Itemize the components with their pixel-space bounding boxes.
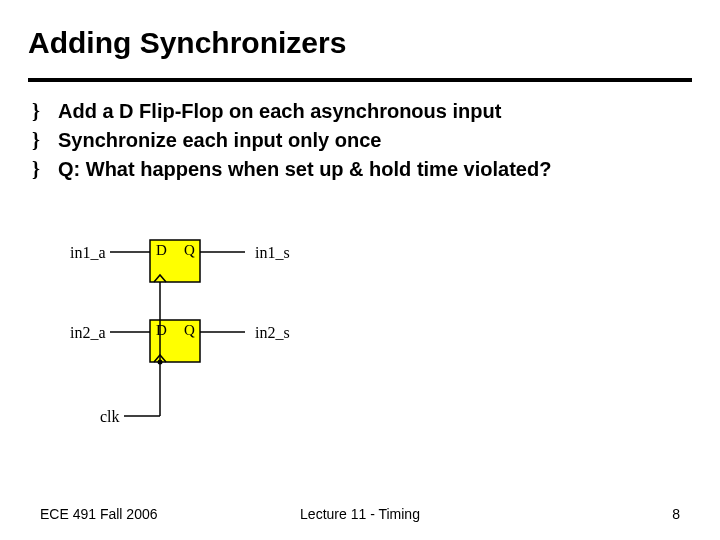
bullet-item: } Synchronize each input only once bbox=[32, 129, 682, 152]
page-number: 8 bbox=[672, 506, 680, 522]
bullet-item: } Add a D Flip-Flop on each asynchronous… bbox=[32, 100, 682, 123]
bullet-text: Q: What happens when set up & hold time … bbox=[58, 158, 682, 181]
page-title: Adding Synchronizers bbox=[28, 26, 346, 60]
ff-d-label: D bbox=[156, 322, 167, 338]
signal-label-in2a: in2_a bbox=[70, 324, 106, 342]
bullet-marker: } bbox=[32, 158, 58, 181]
footer-center: Lecture 11 - Timing bbox=[0, 506, 720, 522]
bullet-marker: } bbox=[32, 129, 58, 152]
synchronizer-diagram: D Q D Q in1_a in1_s in2_a in2_s clk bbox=[70, 230, 470, 460]
bullet-item: } Q: What happens when set up & hold tim… bbox=[32, 158, 682, 181]
diagram-svg: D Q D Q bbox=[70, 230, 470, 460]
bullet-list: } Add a D Flip-Flop on each asynchronous… bbox=[32, 100, 682, 187]
signal-label-in2s: in2_s bbox=[255, 324, 290, 342]
bullet-text: Synchronize each input only once bbox=[58, 129, 682, 152]
signal-label-clk: clk bbox=[100, 408, 120, 426]
signal-label-in1a: in1_a bbox=[70, 244, 106, 262]
ff-d-label: D bbox=[156, 242, 167, 258]
bullet-marker: } bbox=[32, 100, 58, 123]
ff-q-label: Q bbox=[184, 322, 195, 338]
signal-label-in1s: in1_s bbox=[255, 244, 290, 262]
ff-q-label: Q bbox=[184, 242, 195, 258]
slide: Adding Synchronizers } Add a D Flip-Flop… bbox=[0, 0, 720, 540]
bullet-text: Add a D Flip-Flop on each asynchronous i… bbox=[58, 100, 682, 123]
title-rule bbox=[28, 78, 692, 82]
junction-dot bbox=[158, 360, 163, 365]
